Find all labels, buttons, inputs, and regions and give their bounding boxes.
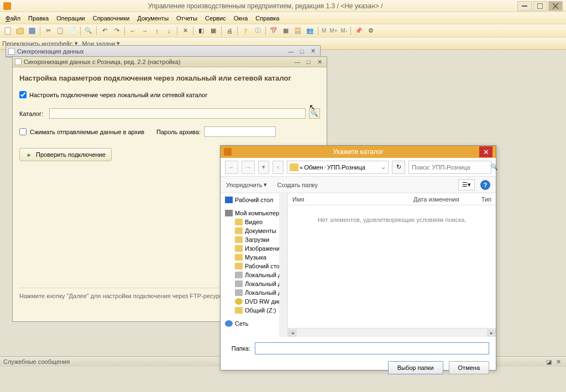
pin-icon[interactable]: 📌 (353, 25, 364, 36)
nav-dropdown-button[interactable]: ▾ (258, 161, 269, 174)
tool-b-icon[interactable]: ▦ (208, 25, 219, 36)
password-label: Пароль архива: (156, 129, 201, 135)
open-icon[interactable] (14, 25, 25, 36)
col-type[interactable]: Тип (481, 196, 491, 203)
nav-back-button[interactable]: ← (225, 161, 238, 174)
nav-forward-button[interactable]: → (242, 161, 255, 174)
maximize-icon[interactable]: □ (297, 47, 307, 56)
breadcrumb-bar[interactable]: « Обмен › УПП-Розница ⌄ (287, 161, 389, 174)
tree-dvd[interactable]: DVD RW дисково (221, 297, 287, 306)
maximize-icon[interactable]: □ (303, 57, 313, 66)
calc-icon[interactable]: 🧮 (292, 25, 303, 36)
close-icon[interactable]: ✕ (315, 57, 324, 66)
menu-file[interactable]: Файл (2, 14, 24, 23)
menu-operations[interactable]: Операции (53, 14, 88, 23)
tree-disk2[interactable]: Локальный диск (221, 279, 287, 288)
menu-edit[interactable]: Правка (25, 14, 52, 23)
main-toolbar: ✂ 📋 📄 🔍 ↶ ↷ ← → ↑ ↓ ✕ ◧ ▦ 🖨 ? ⓘ 📅 ▦ 🧮 👥 … (0, 24, 566, 38)
sync-titlebar[interactable]: Синхронизация данных — □ ✕ (6, 46, 320, 57)
save-icon[interactable] (27, 25, 38, 36)
mem-m[interactable]: M (321, 28, 327, 34)
settings-titlebar[interactable]: Синхронизация данных с Розница, ред. 2.2… (13, 57, 327, 67)
nav-up-button[interactable]: ↑ (272, 161, 284, 174)
info-icon[interactable]: ⓘ (252, 25, 263, 36)
tree-downloads[interactable]: Загрузки (221, 235, 287, 244)
settings-icon[interactable]: ⚙ (365, 25, 376, 36)
tool-a-icon[interactable]: ◧ (196, 25, 207, 36)
users-icon[interactable]: 👥 (305, 25, 316, 36)
undo-icon[interactable]: ↶ (99, 25, 110, 36)
crumb-upp[interactable]: УПП-Розница (327, 164, 365, 171)
new-folder-button[interactable]: Создать папку (277, 182, 317, 188)
dialog-icon (224, 148, 232, 156)
menu-windows[interactable]: Окна (230, 14, 251, 23)
h-scrollbar[interactable]: ◂▸ (288, 328, 496, 337)
menu-catalogs[interactable]: Справочники (90, 14, 133, 23)
refresh-button[interactable]: ↻ (392, 161, 405, 174)
chevron-down-icon[interactable]: ⌄ (381, 163, 386, 171)
tree-documents[interactable]: Документы (221, 226, 287, 235)
catalog-browse-button[interactable]: 🔍 (309, 108, 320, 119)
compress-checkbox[interactable] (19, 128, 27, 135)
minimize-icon[interactable]: — (292, 57, 302, 66)
local-catalog-checkbox[interactable] (19, 91, 27, 98)
tree-music[interactable]: Музыка (221, 253, 287, 262)
print-icon[interactable]: 🖨 (224, 25, 235, 36)
tree-videos[interactable]: Видео (221, 218, 287, 226)
close-button[interactable] (548, 1, 563, 11)
mem-mminus[interactable]: M- (340, 28, 349, 34)
mem-mplus[interactable]: M+ (328, 28, 338, 34)
down-icon[interactable]: ↓ (164, 25, 175, 36)
col-name[interactable]: Имя (292, 196, 391, 203)
help-icon[interactable]: ? (240, 25, 251, 36)
dialog-close-button[interactable]: ✕ (479, 146, 492, 157)
forward-icon[interactable]: → (139, 25, 150, 36)
grid-icon[interactable]: ▦ (280, 25, 291, 36)
test-connection-button[interactable]: ▸ Проверить подключение (19, 148, 112, 161)
search-box[interactable]: 🔍 (408, 161, 491, 174)
catalog-input[interactable] (49, 108, 306, 119)
minimize-button[interactable] (517, 1, 532, 11)
tree-network[interactable]: Сеть (221, 319, 287, 328)
up-icon[interactable]: ↑ (151, 25, 163, 36)
minimize-icon[interactable]: — (286, 47, 296, 56)
select-folder-button[interactable]: Выбор папки (388, 361, 443, 374)
menu-help[interactable]: Справка (252, 14, 282, 23)
folder-input[interactable] (255, 342, 489, 354)
catalog-label: Каталог: (19, 110, 46, 117)
redo-icon[interactable]: ↷ (111, 25, 122, 36)
menu-reports[interactable]: Отчеты (173, 14, 201, 23)
close-icon[interactable]: ✕ (308, 47, 318, 56)
chevron-down-icon: ▾ (264, 181, 267, 188)
search-input[interactable] (412, 164, 488, 171)
tree-desktop2[interactable]: Рабочий стол (221, 262, 287, 271)
copy-icon[interactable]: 📋 (55, 25, 66, 36)
tree-disk1[interactable]: Локальный диск (221, 271, 287, 279)
cancel-button[interactable]: Отмена (449, 361, 489, 374)
tree-desktop[interactable]: Рабочий стол (221, 195, 287, 204)
help-button[interactable]: ? (480, 180, 490, 190)
view-button[interactable]: ☰▾ (458, 179, 475, 190)
col-date[interactable]: Дата изменения (413, 196, 459, 203)
maximize-button[interactable] (533, 1, 547, 11)
tree-shared[interactable]: Общий (Z:) (221, 306, 287, 315)
calendar-icon[interactable]: 📅 (268, 25, 279, 36)
crumb-obmen[interactable]: Обмен (304, 164, 323, 171)
menu-service[interactable]: Сервис (202, 14, 229, 23)
back-icon[interactable]: ← (127, 25, 138, 36)
status-close-icon[interactable]: ✕ (554, 358, 563, 366)
paste-icon[interactable]: 📄 (67, 25, 78, 36)
cut-icon[interactable]: ✂ (43, 25, 54, 36)
find-icon[interactable]: 🔍 (83, 25, 94, 36)
archive-password-input[interactable] (204, 126, 276, 137)
organize-button[interactable]: Упорядочить ▾ (226, 181, 267, 188)
file-dialog-titlebar[interactable]: Укажите каталог ✕ (221, 146, 496, 158)
delete-icon[interactable]: ✕ (180, 25, 191, 36)
tree-disk3[interactable]: Локальный диск (221, 288, 287, 297)
status-detach-icon[interactable]: ◪ (544, 358, 553, 366)
tree-computer[interactable]: Мой компьютер - (221, 209, 287, 218)
menu-documents[interactable]: Документы (134, 14, 172, 23)
tree-pictures[interactable]: Изображения (221, 244, 287, 253)
new-icon[interactable] (2, 25, 13, 36)
tree-scrollbar[interactable] (279, 193, 287, 337)
